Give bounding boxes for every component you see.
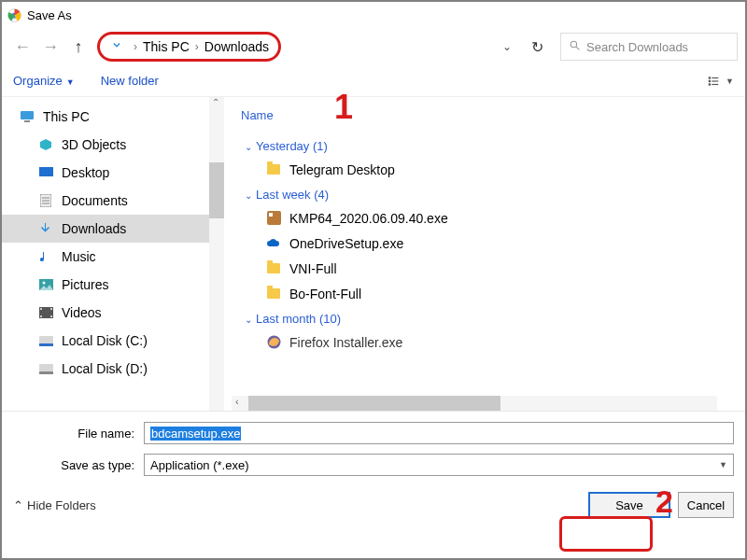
svg-rect-6 (709, 79, 711, 81)
file-item[interactable]: VNI-Full (237, 256, 745, 281)
svg-rect-22 (50, 308, 52, 310)
tree-scrollbar[interactable] (209, 97, 224, 411)
new-folder-button[interactable]: New folder (101, 74, 159, 88)
tree-item-videos[interactable]: Videos (2, 299, 224, 327)
organize-menu[interactable]: Organize▼ (13, 74, 75, 88)
content-area: This PC 3D Objects Desktop Documents Dow… (2, 97, 745, 411)
disk-icon (37, 336, 54, 346)
svg-rect-7 (712, 80, 718, 81)
file-item[interactable]: KMP64_2020.06.09.40.exe (237, 205, 745, 231)
search-input[interactable]: Search Downloads (560, 33, 738, 61)
folder-icon (265, 263, 282, 273)
address-bar: ← → ↑ › This PC › Downloads ⌄ ↻ Search D… (2, 28, 745, 65)
breadcrumb-item[interactable]: Downloads (204, 39, 269, 54)
svg-line-3 (576, 47, 579, 49)
svg-rect-8 (709, 83, 711, 85)
exe-icon (265, 211, 282, 225)
title-bar: Save As (2, 2, 745, 28)
svg-rect-24 (39, 336, 53, 343)
tree-item-thispc[interactable]: This PC (2, 103, 224, 131)
svg-rect-29 (269, 213, 273, 217)
pc-icon (19, 110, 35, 123)
group-yesterday[interactable]: ⌄Yesterday (1) (237, 133, 745, 157)
folder-icon (265, 164, 282, 175)
chevron-down-icon: ⌄ (245, 315, 252, 325)
document-icon (37, 194, 54, 207)
svg-point-2 (571, 41, 577, 48)
column-header-name[interactable]: Name (237, 105, 745, 133)
tree-item-3dobjects[interactable]: 3D Objects (2, 131, 224, 159)
tree-item-diskc[interactable]: Local Disk (C:) (2, 327, 224, 355)
tree-item-pictures[interactable]: Pictures (2, 271, 224, 299)
svg-rect-11 (24, 120, 30, 122)
back-button[interactable]: ← (9, 34, 35, 60)
cloud-icon (265, 238, 282, 248)
chevron-right-icon: › (195, 40, 199, 53)
download-icon (37, 222, 54, 235)
list-h-scrollbar[interactable] (232, 396, 717, 411)
folder-icon (265, 288, 282, 299)
chevron-down-icon: ⌄ (245, 142, 252, 152)
annotation-2: 2 (655, 483, 673, 520)
videos-icon (37, 307, 54, 318)
file-item[interactable]: Firefox Installer.exe (237, 329, 745, 355)
svg-rect-5 (712, 77, 718, 77)
file-item[interactable]: Bo-Font-Full (237, 281, 745, 306)
disk-icon (37, 364, 54, 374)
filename-label: File name: (13, 427, 144, 441)
music-icon (37, 250, 54, 263)
tree-item-diskd[interactable]: Local Disk (D:) (2, 355, 224, 383)
tree-item-desktop[interactable]: Desktop (2, 159, 224, 187)
file-list: Name ⌄Yesterday (1) Telegram Desktop ⌄La… (224, 97, 745, 411)
search-placeholder: Search Downloads (586, 40, 688, 54)
svg-rect-26 (39, 364, 53, 371)
svg-rect-25 (39, 343, 53, 346)
svg-rect-4 (709, 77, 711, 78)
download-arrow-icon (109, 37, 124, 56)
desktop-icon (37, 167, 54, 178)
up-button[interactable]: ↑ (65, 34, 92, 60)
window-title: Save As (27, 8, 72, 22)
dialog-footer: ⌃Hide Folders Save Cancel (2, 483, 745, 527)
breadcrumb-path[interactable]: › This PC › Downloads (97, 32, 281, 62)
refresh-button[interactable]: ↻ (523, 38, 551, 56)
saveastype-dropdown[interactable]: Application (*.exe)▼ (144, 454, 734, 476)
svg-rect-10 (21, 111, 34, 119)
svg-rect-12 (39, 167, 53, 176)
file-item[interactable]: Telegram Desktop (237, 157, 745, 182)
breadcrumb-item[interactable]: This PC (143, 39, 190, 54)
chrome-icon (7, 8, 21, 22)
svg-rect-20 (40, 308, 42, 310)
group-lastweek[interactable]: ⌄Last week (4) (237, 182, 745, 205)
folder-tree: This PC 3D Objects Desktop Documents Dow… (2, 97, 224, 411)
toolbar: Organize▼ New folder ▼ (2, 65, 745, 97)
tree-item-downloads[interactable]: Downloads (2, 215, 224, 243)
list-view-icon (707, 75, 720, 88)
firefox-icon (265, 335, 282, 349)
group-lastmonth[interactable]: ⌄Last month (10) (237, 306, 745, 329)
forward-button[interactable]: → (37, 34, 63, 60)
chevron-down-icon: ⌄ (245, 190, 252, 201)
path-dropdown[interactable]: ⌄ (493, 40, 521, 53)
chevron-right-icon: › (134, 40, 137, 53)
file-item[interactable]: OneDriveSetup.exe (237, 231, 745, 256)
cube-icon (37, 138, 54, 151)
search-icon (569, 39, 581, 54)
svg-rect-9 (712, 83, 718, 84)
svg-point-18 (42, 282, 45, 285)
chevron-up-icon: ⌃ (13, 498, 23, 512)
tree-item-documents[interactable]: Documents (2, 187, 224, 215)
svg-rect-27 (39, 371, 53, 374)
cancel-button[interactable]: Cancel (678, 492, 734, 518)
saveastype-label: Save as type: (13, 458, 144, 472)
hide-folders-toggle[interactable]: ⌃Hide Folders (13, 498, 96, 512)
pictures-icon (37, 279, 54, 290)
svg-rect-21 (40, 315, 42, 317)
svg-rect-23 (50, 315, 52, 317)
filename-input[interactable]: bdcamsetup.exe (144, 422, 734, 444)
view-options[interactable]: ▼ (707, 75, 734, 88)
save-form: File name: bdcamsetup.exe Save as type: … (2, 411, 745, 479)
tree-item-music[interactable]: Music (2, 243, 224, 271)
